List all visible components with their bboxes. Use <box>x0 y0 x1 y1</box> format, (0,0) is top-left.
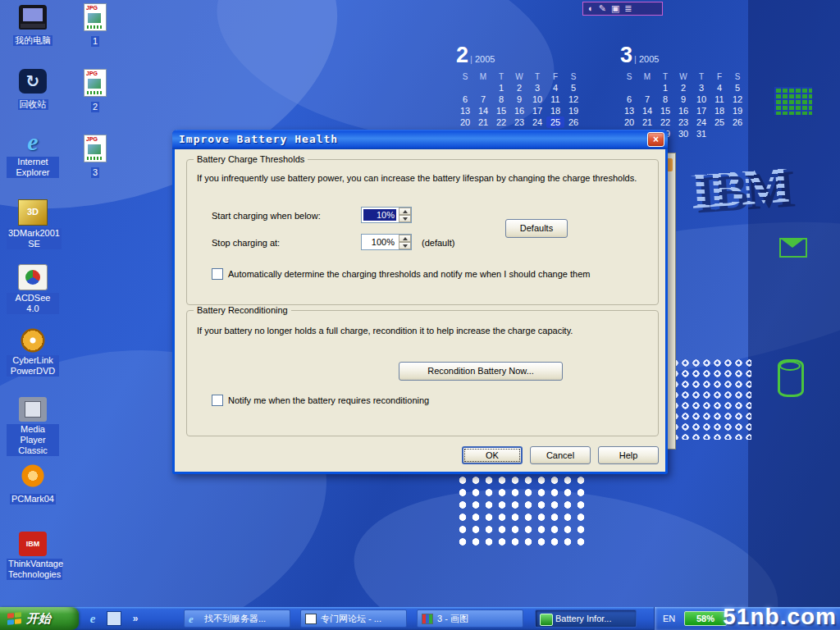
desktop-icon-recycle-bin[interactable]: ↻ 回收站 <box>7 69 59 111</box>
desktop-icon-thinkvantage[interactable]: IBM ThinkVantage Technologies <box>7 532 59 581</box>
spin-up-icon[interactable] <box>399 235 411 242</box>
cancel-button[interactable]: Cancel <box>530 446 591 464</box>
calendar-day: 4 <box>710 82 728 94</box>
calendar-day: 13 <box>620 105 638 116</box>
desktop: IBM IBM ◐ ✎ ▣ ≣ 22005 SMTWTFS12345678910… <box>0 0 840 630</box>
taskbar: 开始 e » e 找不到服务器... 专门网论坛 - ... 3 - 画图 Ba… <box>0 607 840 630</box>
spin-down-icon[interactable] <box>399 242 411 249</box>
start-threshold-value[interactable]: 10% <box>363 209 396 221</box>
auto-thresholds-checkbox[interactable] <box>212 268 223 280</box>
calendar-day: 20 <box>620 116 638 128</box>
default-note: (default) <box>422 238 454 248</box>
task-button-server-not-found[interactable]: e 找不到服务器... <box>184 609 290 628</box>
calendar-weekday: S <box>456 71 474 82</box>
jpg-thumbnail <box>88 79 101 89</box>
desktop-icon-internet-explorer[interactable]: e Internet Explorer <box>7 130 59 179</box>
desktop-icon-file-1[interactable]: JPG 1 <box>72 3 118 48</box>
recycle-bin-icon: ↻ <box>19 69 47 94</box>
quicklaunch-chevron-icon[interactable]: » <box>128 611 143 626</box>
language-indicator[interactable]: EN <box>663 613 675 624</box>
stop-threshold-value[interactable]: 100% <box>363 236 396 248</box>
help-button[interactable]: Help <box>598 446 659 464</box>
task-button-forum[interactable]: 专门网论坛 - ... <box>300 609 407 628</box>
notify-reconditioning-checkbox[interactable] <box>212 395 223 406</box>
ibm-logo-text: IBM <box>688 154 790 221</box>
calendar-weekday: F <box>710 71 728 82</box>
calendar-day: 2 <box>674 82 692 94</box>
calendar-month-header: 32005 <box>620 43 746 67</box>
calendar-day: 1 <box>492 82 510 94</box>
recondition-battery-button[interactable]: Recondition Battery Now... <box>399 362 563 381</box>
calendar-day: 9 <box>674 94 692 105</box>
calendar-weekday: S <box>564 71 582 82</box>
calendar-february: 22005 SMTWTFS123456789101112131415161718… <box>456 43 582 128</box>
start-threshold-spinner[interactable]: 10% <box>361 207 412 223</box>
battery-percent-indicator[interactable]: 58% <box>684 611 727 626</box>
quicklaunch-desktop-icon[interactable] <box>107 611 121 626</box>
calendar-day: 16 <box>510 105 528 116</box>
desktop-icon-3dmark2001[interactable]: 3D 3DMark2001 SE <box>7 199 59 250</box>
calendar-day: 3 <box>528 82 546 94</box>
icon-label: 2 <box>91 102 99 112</box>
calendar-day: 19 <box>728 105 746 116</box>
task-button-battery-information[interactable]: Battery Infor... <box>535 609 637 628</box>
calendar-weekday: W <box>510 71 528 82</box>
start-button[interactable]: 开始 <box>0 607 79 630</box>
calendar-day: 19 <box>564 105 582 116</box>
task-label: 找不到服务器... <box>204 614 266 623</box>
calendar-day: 23 <box>674 116 692 128</box>
desktop-icon-media-player-classic[interactable]: Media Player Classic <box>7 397 59 457</box>
3dmark-icon: 3D <box>18 199 48 226</box>
thinkvantage-icon: IBM <box>19 532 47 556</box>
dialog-body: Battery Charge Thresholds If you infrequ… <box>175 149 665 472</box>
dialog-title-bar[interactable]: Improve Battery Health × <box>172 130 668 149</box>
icon-label: CyberLink PowerDVD <box>7 355 59 377</box>
stop-threshold-spinner[interactable]: 100% <box>361 234 412 250</box>
calendar-day: 26 <box>728 116 746 128</box>
calendar-day: 14 <box>638 105 656 116</box>
envelope-icon <box>779 238 807 258</box>
ibm-logo: IBM IBM <box>688 151 833 235</box>
calendar-day: 15 <box>492 105 510 116</box>
desktop-icon-pcmark04[interactable]: PCMark04 <box>7 463 59 505</box>
auto-thresholds-checkbox-row[interactable]: Automatically determine the charging thr… <box>212 268 646 280</box>
calendar-day: 8 <box>492 94 510 105</box>
notify-reconditioning-label: Notify me when the battery requires reco… <box>228 395 429 405</box>
calendar-weekday: T <box>692 71 710 82</box>
close-icon[interactable]: × <box>647 132 664 147</box>
task-label: 3 - 画图 <box>437 614 468 623</box>
notify-reconditioning-checkbox-row[interactable]: Notify me when the battery requires reco… <box>212 395 646 406</box>
spin-down-icon[interactable] <box>399 215 411 222</box>
toolbar-lines-icon[interactable]: ≣ <box>624 2 632 15</box>
task-label: 专门网论坛 - ... <box>321 614 381 623</box>
task-button-paint[interactable]: 3 - 画图 <box>417 609 523 628</box>
stop-charging-label: Stop charging at: <box>212 238 280 248</box>
calendar-day: 7 <box>474 94 492 105</box>
desktop-icon-my-computer[interactable]: 我的电脑 <box>7 5 59 47</box>
calendar-weekday: T <box>656 71 674 82</box>
toolbar-box-icon[interactable]: ▣ <box>611 2 619 15</box>
calendar-day: 10 <box>528 94 546 105</box>
toolbar-pen-icon[interactable]: ✎ <box>599 2 606 15</box>
defaults-button[interactable]: Defaults <box>505 219 568 238</box>
calendar-weekday: S <box>728 71 746 82</box>
icon-label: 1 <box>91 36 99 47</box>
calendar-day: 15 <box>656 105 674 116</box>
desktop-icon-acdsee[interactable]: ACDSee 4.0 <box>7 264 59 315</box>
ok-button[interactable]: OK <box>462 446 523 464</box>
desktop-icon-file-2[interactable]: JPG 2 <box>72 69 118 113</box>
calendar-day: 7 <box>638 94 656 105</box>
quicklaunch-ie-icon[interactable]: e <box>85 611 100 626</box>
51nb-watermark: 51nb.com <box>723 605 837 629</box>
calendar-day: 18 <box>710 105 728 116</box>
desktop-icon-powerdvd[interactable]: CyberLink PowerDVD <box>7 328 59 377</box>
thresholds-description: If you infrequently use battery power, y… <box>197 173 650 183</box>
wallpaper-toolbar: ◐ ✎ ▣ ≣ <box>582 2 663 16</box>
desktop-icon-file-3[interactable]: JPG 3 <box>72 135 118 179</box>
calendar-day: 25 <box>546 116 564 128</box>
toolbar-glyph-icon[interactable]: ◐ <box>588 2 594 15</box>
calendar-day: 9 <box>510 94 528 105</box>
jpg-badge: JPG <box>86 5 98 11</box>
group-title: Battery Reconditioning <box>194 305 291 315</box>
spin-up-icon[interactable] <box>399 208 411 215</box>
